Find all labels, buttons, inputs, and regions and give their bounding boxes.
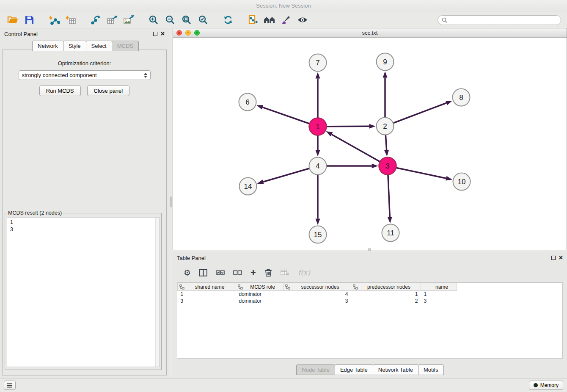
status-bar: Memory [0, 378, 567, 392]
column-header-mcds-role[interactable]: MCDS role [236, 283, 284, 291]
table-row[interactable]: 1dominator411 [178, 291, 563, 298]
mcds-result-area: 1 3 [7, 217, 160, 367]
tab-network[interactable]: Network [32, 41, 63, 51]
panel-splitter[interactable] [169, 28, 172, 378]
minimize-window-icon[interactable]: − [185, 30, 191, 36]
result-scrollbar[interactable] [155, 218, 159, 367]
table-cell: 3 [284, 298, 351, 304]
graph-edge[interactable] [257, 168, 310, 184]
graph-edge[interactable] [326, 124, 375, 129]
graph-edge[interactable] [256, 105, 309, 124]
attribute-tree-icon [353, 284, 358, 291]
table-cell: 1 [178, 291, 236, 298]
graph-edge[interactable] [316, 175, 320, 225]
network-graph[interactable]: 7968124314101511 [173, 38, 567, 250]
graph-node[interactable]: 8 [453, 89, 470, 106]
table-cell: dominator [236, 291, 284, 298]
tab-node-table[interactable]: Node Table [296, 364, 335, 375]
mcds-panel: Optimization criterion: strongly connect… [2, 50, 167, 375]
close-window-icon[interactable]: × [176, 30, 182, 36]
mcds-result-text: 1 3 [7, 218, 159, 235]
zoom-selected-button[interactable] [196, 13, 210, 27]
graph-node[interactable]: 1 [309, 118, 327, 135]
zoom-fit-button[interactable] [180, 13, 193, 27]
zoom-in-button[interactable] [147, 13, 160, 27]
graph-edge[interactable] [326, 131, 380, 162]
export-network-icon [90, 15, 101, 25]
zoom-selected-icon [198, 15, 208, 25]
apply-style-button[interactable] [279, 13, 293, 27]
zoom-out-button[interactable] [163, 13, 177, 27]
criterion-dropdown[interactable]: strongly connected component [19, 70, 151, 80]
graph-node[interactable]: 3 [379, 157, 396, 175]
graph-edge[interactable] [388, 174, 392, 223]
search-icon [442, 17, 447, 23]
graph-edge[interactable] [384, 135, 389, 156]
tab-network-table[interactable]: Network Table [373, 364, 418, 375]
window-resize-handle[interactable] [368, 248, 371, 251]
tab-select[interactable]: Select [86, 41, 112, 51]
zoom-window-icon[interactable]: + [194, 30, 200, 36]
import-network-button[interactable] [47, 13, 61, 27]
graph-edge[interactable] [396, 168, 452, 180]
column-header-shared-name[interactable]: shared name [178, 283, 236, 291]
panel-menu-button[interactable] [4, 381, 16, 390]
mcds-buttons: Run MCDS Close panel [3, 86, 166, 96]
export-network-button[interactable] [89, 13, 102, 27]
delete-table-button[interactable] [281, 269, 289, 276]
show-columns-button[interactable] [199, 269, 207, 276]
import-table-button[interactable] [64, 13, 77, 27]
tab-edge-table[interactable]: Edge Table [335, 364, 373, 375]
graph-node[interactable]: 9 [377, 53, 394, 71]
open-file-button[interactable] [6, 13, 19, 27]
tab-motifs[interactable]: Motifs [418, 364, 444, 375]
graph-node[interactable]: 4 [309, 157, 327, 175]
memory-button[interactable]: Memory [529, 381, 563, 390]
close-table-panel-icon[interactable]: × [559, 256, 563, 260]
function-builder-button[interactable]: f(x) [298, 268, 310, 277]
table-cell: 1 [421, 291, 457, 298]
delete-column-button[interactable] [264, 268, 272, 277]
graph-node[interactable]: 2 [377, 118, 394, 135]
network-canvas[interactable]: 7968124314101511 [173, 38, 567, 250]
float-table-panel-icon[interactable] [551, 256, 556, 260]
search-input[interactable] [450, 17, 557, 23]
float-panel-icon[interactable] [153, 32, 157, 36]
column-header-successor-nodes[interactable]: successor nodes [284, 283, 351, 291]
graph-edge[interactable] [327, 164, 378, 168]
graph-edge[interactable] [316, 72, 320, 118]
graph-node[interactable]: 15 [309, 226, 327, 243]
show-hide-button[interactable] [296, 13, 309, 27]
node-label: 3 [385, 162, 389, 170]
export-table-button[interactable] [105, 13, 119, 27]
run-mcds-button[interactable]: Run MCDS [39, 86, 81, 96]
create-column-button[interactable]: + [250, 268, 256, 277]
table-row[interactable]: 3dominator323 [178, 298, 563, 304]
refresh-layout-button[interactable] [221, 13, 235, 27]
graph-edge[interactable] [316, 135, 320, 157]
first-neighbors-button[interactable] [263, 13, 276, 27]
graph-node[interactable]: 14 [239, 178, 257, 195]
table-cell: 3 [421, 298, 457, 304]
graph-node[interactable]: 11 [382, 224, 399, 242]
tab-mcds[interactable]: MCDS [112, 41, 139, 51]
graph-edge[interactable] [383, 72, 388, 118]
graph-node[interactable]: 6 [239, 94, 256, 111]
column-header-predecessor-nodes[interactable]: predecessor nodes [351, 283, 421, 291]
close-panel-icon[interactable]: × [161, 32, 165, 36]
graph-node[interactable]: 7 [309, 54, 327, 72]
deselect-all-rows-button[interactable] [233, 270, 242, 276]
splitter-handle-icon [170, 196, 172, 207]
tab-style[interactable]: Style [63, 41, 86, 51]
delete-table-icon [281, 269, 289, 276]
save-session-button[interactable] [22, 13, 36, 27]
new-network-from-selection-button[interactable] [246, 13, 260, 27]
select-all-rows-button[interactable] [216, 270, 225, 276]
close-panel-button[interactable]: Close panel [87, 86, 130, 96]
table-settings-button[interactable]: ⚙ [184, 269, 191, 277]
search-field[interactable] [438, 15, 561, 25]
column-header-name[interactable]: name [421, 283, 457, 291]
export-image-button[interactable] [122, 13, 135, 27]
graph-node[interactable]: 10 [453, 173, 471, 190]
graph-edge[interactable] [393, 101, 452, 123]
